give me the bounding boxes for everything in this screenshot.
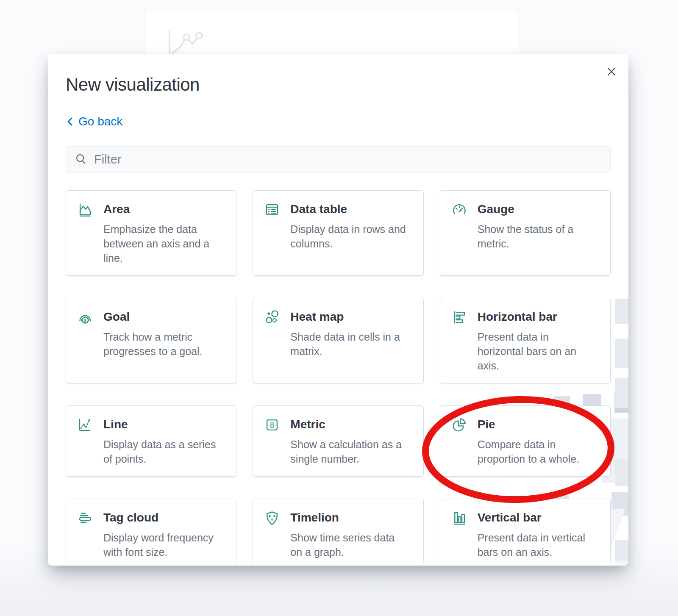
background-artifact (615, 378, 628, 408)
filter-field (66, 146, 611, 172)
card-title: Area (103, 203, 209, 216)
horizontal-bar-icon (451, 309, 467, 325)
gauge-icon (451, 202, 467, 218)
card-tag-cloud[interactable]: Tag cloud Display word frequency with fo… (66, 499, 236, 566)
card-description: Show a calculation as a single number. (290, 437, 402, 466)
go-back-label: Go back (78, 115, 122, 128)
card-title: Gauge (478, 203, 574, 216)
card-metric[interactable]: 8 Metric Show a calculation as a single … (253, 405, 423, 477)
card-goal[interactable]: 8 Goal Track how a metric progresses to … (66, 298, 236, 383)
card-description: Shade data in cells in a matrix. (290, 330, 400, 358)
background-artifact (614, 393, 628, 413)
card-title: Timelion (290, 511, 395, 524)
background-artifact (611, 492, 628, 516)
card-title: Goal (103, 310, 202, 324)
tag-cloud-icon (77, 510, 93, 526)
line-chart-icon (77, 417, 93, 433)
search-icon (75, 153, 87, 166)
background-artifact (615, 339, 628, 368)
svg-text:8: 8 (270, 421, 274, 430)
card-area[interactable]: Area Emphasize the data between an axis … (66, 190, 236, 276)
card-description: Display data as a series of points. (103, 437, 216, 466)
close-button[interactable] (604, 64, 619, 79)
card-description: Track how a metric progresses to a goal. (103, 330, 202, 358)
go-back-link[interactable]: Go back (66, 115, 122, 128)
vertical-bar-icon (451, 510, 467, 526)
card-title: Vertical bar (478, 511, 585, 524)
card-title: Line (103, 418, 216, 431)
card-title: Metric (290, 418, 402, 431)
background-artifact (615, 540, 628, 566)
card-horizontal-bar[interactable]: Horizontal bar Present data in horizonta… (440, 298, 611, 383)
background-artifact (615, 459, 628, 486)
chevron-left-icon (66, 115, 74, 128)
metric-icon: 8 (264, 417, 280, 433)
area-chart-icon (77, 202, 93, 218)
filter-input[interactable] (94, 147, 610, 172)
card-description: Present data in horizontal bars on an ax… (478, 330, 576, 373)
card-timelion[interactable]: Timelion Show time series data on a grap… (253, 499, 423, 566)
card-title: Heat map (290, 310, 400, 324)
card-description: Present data in vertical bars on an axis… (478, 530, 585, 559)
card-vertical-bar[interactable]: Vertical bar Present data in vertical ba… (440, 499, 611, 566)
card-pie[interactable]: Pie Compare data in proportion to a whol… (440, 405, 611, 477)
card-data-table[interactable]: Data table Display data in rows and colu… (253, 190, 423, 276)
new-visualization-modal: New visualization Go back (48, 54, 628, 566)
page-title: New visualization (66, 74, 611, 95)
card-description: Display data in rows and columns. (290, 222, 406, 251)
goal-icon: 8 (77, 309, 93, 325)
card-description: Display word frequency with font size. (103, 530, 214, 559)
card-title: Pie (478, 418, 579, 431)
card-description: Emphasize the data between an axis and a… (103, 222, 209, 265)
svg-text:8: 8 (84, 318, 86, 323)
card-description: Show the status of a metric. (478, 222, 574, 251)
close-icon (605, 65, 618, 78)
card-description: Show time series data on a graph. (290, 530, 395, 559)
card-title: Tag cloud (103, 511, 214, 524)
heat-map-icon (264, 309, 280, 325)
background-artifact (615, 299, 628, 324)
card-description: Compare data in proportion to a whole. (478, 437, 579, 466)
visualization-type-grid: Area Emphasize the data between an axis … (66, 190, 611, 566)
card-title: Data table (290, 203, 406, 216)
card-heat-map[interactable]: Heat map Shade data in cells in a matrix… (253, 298, 423, 383)
timelion-icon (264, 510, 280, 526)
card-line[interactable]: Line Display data as a series of points. (66, 405, 236, 477)
card-title: Horizontal bar (478, 310, 576, 324)
pie-chart-icon (451, 417, 467, 433)
card-gauge[interactable]: Gauge Show the status of a metric. (440, 190, 611, 276)
data-table-icon (264, 202, 280, 218)
